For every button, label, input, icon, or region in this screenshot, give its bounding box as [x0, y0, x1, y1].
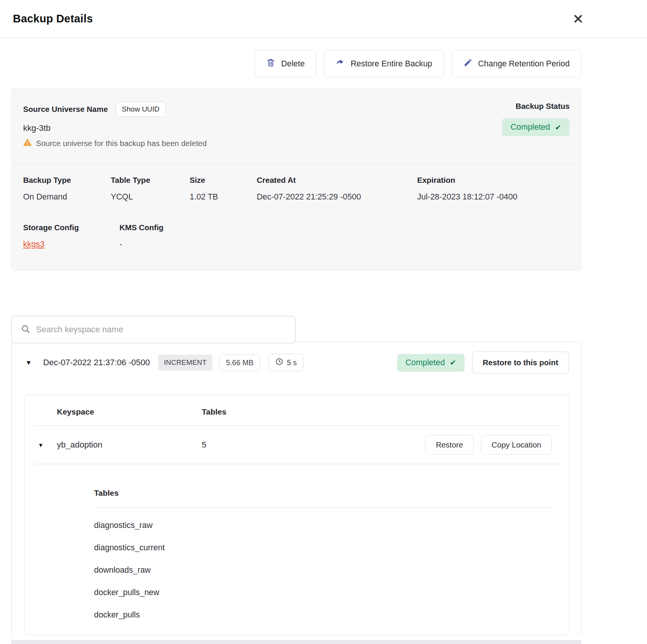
kms-config-value: - — [119, 240, 570, 249]
clock-icon — [275, 358, 283, 368]
redo-arrow-icon — [336, 58, 345, 69]
nested-tables-header: Tables — [94, 488, 569, 498]
increment-size-pill: 5.66 MB — [219, 355, 261, 371]
field-value-size: 1.02 TB — [190, 192, 257, 202]
universe-name: kkg-3tb — [23, 123, 207, 133]
field-value-expiration: Jul-28-2023 18:12:07 -0400 — [417, 192, 570, 202]
storage-config-link[interactable]: kkgs3 — [23, 240, 44, 249]
bottom-cutoff-strip — [11, 640, 581, 644]
field-value-table-type: YCQL — [111, 192, 190, 202]
field-value-backup-type: On Demand — [23, 192, 111, 202]
backup-status-label: Backup Status — [502, 102, 570, 111]
warning-triangle-icon — [23, 138, 32, 149]
source-universe-block: Source Universe Name Show UUID kkg-3tb S… — [23, 102, 207, 149]
change-retention-period-button[interactable]: Change Retention Period — [452, 50, 581, 77]
tables-count: 5 — [202, 440, 425, 450]
nested-divider — [96, 507, 553, 508]
search-icon — [21, 324, 30, 335]
backup-summary-panel: Source Universe Name Show UUID kkg-3tb S… — [11, 88, 581, 271]
increment-timestamp: Dec-07-2022 21:37:06 -0500 — [43, 358, 150, 368]
modal-header: Backup Details — [0, 0, 647, 38]
list-item: diagnostics_current — [94, 543, 569, 553]
list-item: diagnostics_raw — [94, 520, 569, 530]
list-item: docker_pulls_new — [94, 587, 569, 597]
close-icon[interactable] — [570, 11, 586, 27]
search-input[interactable] — [36, 325, 286, 335]
field-label-size: Size — [190, 176, 257, 185]
nested-tables-section: Tables diagnostics_raw diagnostics_curre… — [25, 464, 569, 620]
restore-to-this-point-button[interactable]: Restore to this point — [472, 352, 569, 374]
universe-deleted-warning: Source universe for this backup has been… — [36, 139, 207, 148]
field-label-storage-config: Storage Config — [23, 223, 119, 232]
keyspace-table: Keyspace Tables ▼ yb_adoption 5 Restore … — [24, 395, 570, 635]
field-label-backup-type: Backup Type — [23, 176, 111, 185]
check-icon: ✔ — [555, 123, 561, 132]
increment-backup-card: ▼ Dec-07-2022 21:37:06 -0500 INCREMENT 5… — [11, 341, 581, 635]
chevron-down-icon[interactable]: ▼ — [25, 360, 32, 366]
delete-button-label: Delete — [281, 59, 305, 69]
action-toolbar: Delete Restore Entire Backup Change Rete… — [11, 50, 581, 77]
list-item: downloads_raw — [94, 565, 569, 575]
field-value-created-at: Dec-07-2022 21:25:29 -0500 — [257, 192, 417, 202]
keyspace-search — [11, 316, 296, 343]
increment-status-text: Completed — [405, 358, 445, 368]
restore-keyspace-button[interactable]: Restore — [425, 435, 474, 455]
trash-icon — [266, 58, 275, 69]
field-label-table-type: Table Type — [111, 176, 190, 185]
restore-entire-backup-label: Restore Entire Backup — [350, 59, 432, 69]
delete-button[interactable]: Delete — [254, 50, 316, 77]
pencil-icon — [463, 58, 473, 69]
increment-duration-pill: 5 s — [269, 354, 303, 371]
chevron-down-icon[interactable]: ▼ — [25, 442, 57, 448]
table-row: ▼ yb_adoption 5 Restore Copy Location — [25, 426, 569, 464]
status-badge: Completed ✔ — [502, 118, 570, 136]
status-badge-text: Completed — [510, 123, 550, 132]
keyspace-column-header: Keyspace — [57, 407, 202, 416]
increment-type-badge: INCREMENT — [158, 355, 212, 371]
field-label-created-at: Created At — [257, 176, 417, 185]
show-uuid-button[interactable]: Show UUID — [116, 102, 165, 117]
field-label-kms-config: KMS Config — [119, 223, 570, 232]
check-icon: ✔ — [450, 358, 456, 367]
increment-size-value: 5.66 MB — [226, 358, 254, 367]
backup-status-block: Backup Status Completed ✔ — [502, 102, 570, 149]
page-title: Backup Details — [13, 13, 93, 25]
copy-location-button[interactable]: Copy Location — [481, 435, 552, 455]
restore-entire-backup-button[interactable]: Restore Entire Backup — [324, 50, 444, 77]
keyspace-name: yb_adoption — [57, 440, 202, 450]
list-item: docker_pulls — [94, 610, 569, 620]
change-retention-period-label: Change Retention Period — [478, 59, 570, 69]
tables-column-header: Tables — [202, 407, 569, 416]
field-label-expiration: Expiration — [417, 176, 570, 185]
source-universe-label: Source Universe Name — [23, 105, 108, 114]
increment-status-badge: Completed ✔ — [397, 354, 465, 372]
increment-duration-value: 5 s — [287, 358, 297, 367]
